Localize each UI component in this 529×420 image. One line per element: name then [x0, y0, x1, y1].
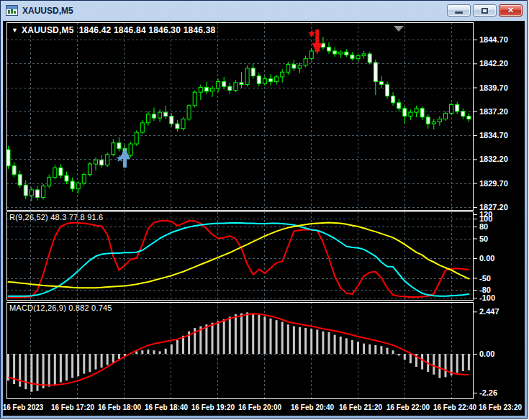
- price-axis-scale[interactable]: 1844.701842.201839.701837.201834.701832.…: [473, 35, 508, 211]
- price-axis-tick-label: 1837.20: [479, 107, 508, 116]
- candle-body: [106, 155, 109, 165]
- r-axis-scale[interactable]: 12010080500.00-50-80-100: [473, 210, 495, 302]
- chart-client-area[interactable]: ▼XAUUSD,M5 1846.42 1846.84 1846.30 1846.…: [3, 21, 525, 416]
- candle-bull: [298, 63, 302, 73]
- candle-bear: [403, 106, 407, 124]
- candle-body: [426, 117, 430, 124]
- macd-histogram-bar: [287, 324, 289, 354]
- macd-histogram-bar: [107, 354, 109, 365]
- candle-bear: [24, 181, 27, 200]
- time-axis-label: 16 Feb 2023: [3, 403, 44, 411]
- macd-histogram-bar: [65, 354, 68, 380]
- time-axis[interactable]: 16 Feb 202316 Feb 17:2016 Feb 18:0016 Fe…: [3, 403, 522, 411]
- candle-body: [392, 96, 395, 103]
- macd-histogram-bar: [240, 314, 243, 354]
- time-axis-label: 16 Feb 22:40: [433, 403, 476, 411]
- candle-body: [257, 76, 261, 84]
- candles-layer: [6, 37, 471, 201]
- macd-axis-scale[interactable]: 2.4470.00-2.26: [473, 307, 499, 397]
- title-bar[interactable]: XAUUSD,M5 ✕: [1, 1, 527, 20]
- candle-bull: [409, 109, 412, 120]
- candle-bull: [309, 48, 313, 60]
- candle-bear: [392, 92, 395, 106]
- candle-body: [374, 63, 377, 82]
- macd-histogram-bar: [48, 354, 50, 387]
- macd-histogram-bar: [410, 354, 412, 363]
- candle-bear: [345, 49, 348, 57]
- candle-bull: [48, 175, 51, 188]
- candle-body: [292, 65, 296, 68]
- macd-histogram-bar: [293, 327, 295, 354]
- macd-histogram-bar: [252, 314, 254, 354]
- minimize-button[interactable]: [447, 4, 471, 17]
- macd-histogram-bar: [263, 316, 266, 354]
- candle-bear: [18, 170, 22, 188]
- candle-body: [275, 77, 279, 82]
- macd-histogram-bar: [340, 337, 342, 354]
- macd-indicator-name: MACD(12,26,9): [9, 303, 66, 312]
- candle-bear: [269, 74, 273, 86]
- macd-histogram-bar: [217, 321, 220, 354]
- candle-bull: [181, 117, 185, 131]
- candle-body: [82, 175, 86, 183]
- macd-histogram-bar: [456, 354, 458, 373]
- macd-histogram-bar: [171, 344, 173, 354]
- candle-body: [129, 144, 132, 155]
- candle-bull: [146, 111, 150, 126]
- candle-body: [211, 88, 214, 91]
- chart-shift-triangle-icon[interactable]: [394, 26, 404, 32]
- candle-body: [140, 123, 144, 132]
- restore-button[interactable]: [473, 4, 497, 17]
- candle-bull: [281, 69, 284, 83]
- macd-histogram-bar: [223, 319, 225, 354]
- macd-histogram-bar: [258, 315, 260, 354]
- symbol-dropdown-icon[interactable]: ▼: [12, 27, 18, 34]
- close-button[interactable]: ✕: [499, 4, 523, 17]
- candle-body: [12, 166, 16, 175]
- candle-bear: [36, 186, 40, 201]
- candle-body: [181, 119, 185, 128]
- candle-bear: [374, 60, 377, 95]
- candle-body: [187, 106, 191, 119]
- candle-bull: [217, 79, 220, 93]
- candle-body: [333, 51, 337, 54]
- candle-bear: [426, 114, 430, 129]
- macd-histogram-bar: [328, 332, 330, 354]
- macd-indicator-label: MACD(12,26,9) 0.882 0.745: [9, 303, 112, 312]
- candle-bull: [339, 50, 343, 58]
- candle-body: [415, 109, 418, 112]
- window-title: XAUUSD,M5: [22, 6, 73, 16]
- macd-histogram-bar: [71, 354, 73, 378]
- candle-body: [245, 68, 249, 85]
- candle-body: [76, 183, 80, 189]
- candle-bear: [257, 73, 261, 87]
- candle-bull: [106, 152, 109, 167]
- time-axis-label: 16 Feb 18:00: [98, 403, 141, 411]
- candle-body: [135, 132, 138, 144]
- macd-histogram-bar: [176, 340, 178, 354]
- candle-body: [432, 122, 435, 124]
- candle-body: [281, 72, 284, 77]
- candle-bull: [275, 75, 279, 84]
- candle-bull: [199, 85, 202, 100]
- sell-star-icon: ★: [307, 27, 317, 39]
- candle-body: [65, 175, 68, 181]
- panel-border: [7, 212, 474, 301]
- candle-body: [204, 88, 208, 91]
- candle-bull: [450, 103, 453, 115]
- candle-body: [304, 59, 307, 65]
- candle-bear: [456, 102, 459, 114]
- macd-histogram-bar: [322, 332, 324, 354]
- candle-bull: [362, 51, 366, 59]
- price-axis-tick-label: 1829.70: [479, 179, 508, 188]
- macd-histogram-bar: [299, 327, 301, 354]
- candle-bull: [82, 173, 86, 185]
- macd-histogram-bar: [438, 354, 440, 378]
- candle-body: [217, 82, 220, 88]
- candle-body: [164, 112, 168, 116]
- macd-histogram-bar: [147, 350, 149, 354]
- macd-histogram-bar: [165, 349, 167, 354]
- macd-histogram-bar: [135, 351, 137, 354]
- price-axis-tick-label: 1844.70: [479, 35, 508, 44]
- macd-axis-tick-label: 0.00: [479, 350, 494, 358]
